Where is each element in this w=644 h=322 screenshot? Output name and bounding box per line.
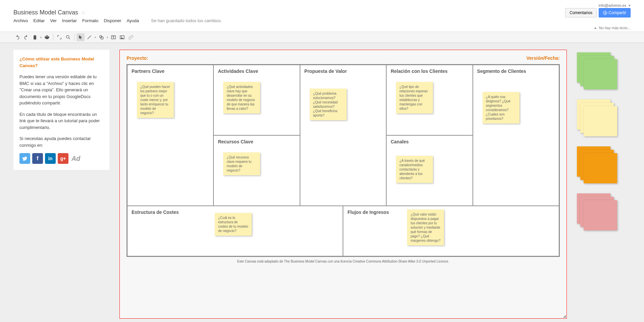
cell-partners[interactable]: Partners Clave ¿Qué pueden hacer los par… [127,65,213,206]
help-title: ¿Cómo utilizar este Business Model Canva… [19,56,103,69]
segment-title: Segmento de Clientes [477,68,555,74]
canvas-footer: Este Canvas está adaptado de The Busines… [127,260,560,263]
canvas-frame[interactable]: Proyecto: Versión/Fecha: Partners Clave … [119,50,567,319]
project-label: Proyecto: [127,55,148,61]
resize-handle-icon[interactable] [562,314,566,318]
share-button[interactable]: Compartir [599,8,631,17]
shape-tool[interactable] [97,33,105,41]
help-panel: ¿Cómo utilizar este Business Model Canva… [13,50,109,170]
chevron-down-icon: ▾ [629,3,631,8]
cell-channels[interactable]: Canales ¿A través de qué canales/medios … [386,135,473,206]
image-tool[interactable] [118,33,126,41]
sticky-note[interactable]: ¿A quién nos dirigimos? ¿Qué segmentos c… [483,92,519,124]
sticky-stack-orange[interactable] [577,146,617,183]
link-tool[interactable] [127,33,135,41]
account-menu[interactable]: info@advenio.es ▾ [13,2,631,9]
separator [53,34,53,41]
sticky-note[interactable]: ¿Cuál es la estructura de costes de tu m… [215,213,252,236]
shape-dropdown[interactable] [106,33,109,41]
partners-title: Partners Clave [132,68,209,74]
print-button[interactable] [43,33,51,41]
share-label: Compartir [608,10,626,15]
sticky-note[interactable]: ¿Qué tipo de relaciones esperan tus clie… [396,82,433,113]
facebook-icon[interactable]: f [32,153,43,164]
textbox-tool[interactable] [109,33,117,41]
cell-activities[interactable]: Actividades Clave ¿Qué actividades clave… [213,65,300,135]
clipboard-button[interactable] [31,33,39,41]
viewers-text: No hay más lecto... [599,26,631,30]
sticky-note[interactable]: ¿Qué recursos clave requiere tu modelo d… [223,152,260,175]
triangle-icon: ▸ [595,26,597,30]
redo-button[interactable] [22,33,30,41]
separator [74,34,75,41]
help-p2: En cada título de bloque encontrarás un … [19,111,103,131]
activities-title: Actividades Clave [218,68,295,74]
cell-value-proposition[interactable]: Propuesta de Valor ¿Qué problema solucio… [300,65,386,206]
cell-resources[interactable]: Recursos Clave ¿Qué recursos clave requi… [213,135,300,206]
twitter-icon[interactable] [19,153,30,164]
advenio-icon[interactable]: Ad [70,153,81,164]
star-icon[interactable]: ☆ [81,9,86,16]
googleplus-icon[interactable]: g+ [58,153,68,164]
cell-revenue-streams[interactable]: Flujos de Ingresos ¿Qué valor están disp… [343,206,559,256]
line-dropdown[interactable] [94,33,97,41]
toolbar [0,32,644,43]
viewers-status[interactable]: ▸ No hay más lecto... [0,25,644,32]
svg-point-0 [66,36,69,38]
sticky-note[interactable]: ¿Qué pueden hacer los partners mejor que… [137,82,174,118]
resources-title: Recursos Clave [218,139,295,144]
line-tool[interactable] [85,33,93,41]
sticky-note[interactable]: ¿A través de qué canales/medios contacta… [396,156,433,183]
clipboard-dropdown[interactable] [40,33,42,41]
sticky-note[interactable]: ¿Qué actividades clave hay que desarroll… [223,82,260,113]
cell-customer-segments[interactable]: Segmento de Clientes ¿A quién nos dirigi… [473,65,559,206]
account-email: info@advenio.es [599,3,626,7]
menu-editar[interactable]: Editar [33,18,45,23]
undo-button[interactable] [13,33,21,41]
relation-title: Relación con los Clientes [391,68,468,74]
sticky-stack-yellow[interactable] [577,99,617,136]
help-p3: Si necesitas ayuda puedes contactar conm… [19,135,103,148]
cell-customer-relations[interactable]: Relación con los Clientes ¿Qué tipo de r… [386,65,473,135]
comments-button[interactable]: Comentarios [565,8,597,17]
cell-cost-structure[interactable]: Estructura de Costes ¿Cuál es la estruct… [127,206,343,256]
menu-archivo[interactable]: Archivo [13,18,28,23]
sticky-note[interactable]: ¿Qué valor están dispuestos a pagar tus … [407,210,444,245]
zoom-button[interactable] [64,33,72,41]
menu-insertar[interactable]: Insertar [62,18,77,23]
sticky-stack-green[interactable] [577,52,617,89]
business-model-canvas: Partners Clave ¿Qué pueden hacer los par… [127,64,560,257]
menu-ver[interactable]: Ver [50,18,57,23]
svg-point-5 [121,36,122,37]
globe-icon [603,11,607,15]
linkedin-icon[interactable]: in [45,153,56,164]
svg-rect-2 [101,37,103,39]
sticky-note-palette [577,50,631,319]
save-status: Se han guardado todos los cambios. [151,18,222,23]
help-p1: Puedes tener una versión editable de tu … [19,74,103,106]
value-title: Propuesta de Valor [304,68,382,74]
menu-disponer[interactable]: Disponer [104,18,121,23]
version-label: Versión/Fecha: [526,55,560,61]
channels-title: Canales [391,139,468,144]
sticky-note[interactable]: ¿Qué problema solucionamos? ¿Qué necesid… [310,89,347,120]
fit-button[interactable] [55,33,63,41]
revenue-title: Flujos de Ingresos [347,210,555,215]
sticky-stack-pink[interactable] [577,193,617,230]
menu-formato[interactable]: Formato [82,18,98,23]
document-title[interactable]: Business Model Canvas [13,9,78,16]
menu-ayuda[interactable]: Ayuda [127,18,139,23]
select-tool[interactable] [77,33,85,41]
